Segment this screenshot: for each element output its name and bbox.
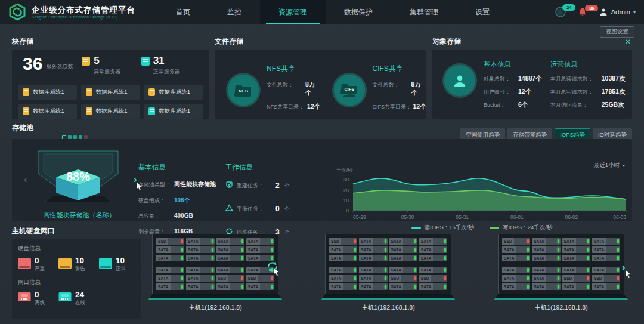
disk-slot[interactable]: SATA <box>562 255 590 261</box>
disk-slot[interactable]: SSD <box>329 238 357 245</box>
disk-slot[interactable]: SATA <box>502 275 530 282</box>
database-system-chip[interactable]: 数据库系统1 <box>144 104 203 119</box>
disk-slot[interactable]: SATA <box>186 238 214 245</box>
message-icon[interactable]: 24 <box>555 7 566 17</box>
disk-slot[interactable]: SATA <box>216 283 244 290</box>
disk-slot[interactable]: SATA <box>592 267 620 273</box>
disk-slot[interactable]: SATA <box>359 267 387 273</box>
rack-stand <box>148 294 283 300</box>
disk-slot[interactable]: SATA <box>156 246 184 253</box>
user-menu[interactable]: Admin ▾ <box>599 8 636 16</box>
disk-slot[interactable]: SATA <box>329 275 357 282</box>
disk-slot[interactable]: SATA <box>532 283 560 290</box>
database-system-chip[interactable]: 数据库系统1 <box>18 85 77 100</box>
disk-slot[interactable]: SATA <box>562 283 590 290</box>
led-green <box>558 256 559 260</box>
nav-item-4[interactable]: 集群管理 <box>391 0 457 24</box>
disk-slot[interactable]: SATA <box>419 283 447 290</box>
rack-refresh-button[interactable] <box>266 260 279 276</box>
disk-slot[interactable]: SATA <box>419 238 447 245</box>
disk-slot[interactable]: SATA <box>592 246 620 253</box>
disk-slot[interactable]: SATA <box>156 255 184 261</box>
database-system-chip[interactable]: 数据库系统1 <box>81 104 140 119</box>
disk-slot[interactable]: SATA <box>246 283 274 290</box>
disk-slot[interactable]: SSD <box>562 275 590 282</box>
database-system-chip[interactable]: 数据库系统1 <box>144 85 203 100</box>
alarm-bell-icon[interactable]: 36 <box>578 7 587 17</box>
disk-slot[interactable]: SATA <box>359 283 387 290</box>
disk-slot[interactable]: SATA <box>389 238 417 245</box>
disk-slot[interactable]: SATA <box>359 275 387 282</box>
database-system-chip[interactable]: 数据库系统1 <box>18 104 77 119</box>
disk-slot[interactable]: SSD <box>216 275 244 282</box>
disk-slot[interactable]: SATA <box>532 267 560 273</box>
disk-slot[interactable]: SATA <box>419 267 447 273</box>
disk-slot[interactable]: SATA <box>246 238 274 245</box>
database-system-chip[interactable]: 数据库系统1 <box>81 85 140 100</box>
disk-slot[interactable]: SATA <box>419 246 447 253</box>
disk-slot[interactable]: SSD <box>502 238 530 245</box>
disk-slot[interactable]: SATA <box>389 255 417 261</box>
close-icon[interactable]: ✕ <box>625 36 631 47</box>
nav-item-5[interactable]: 设置 <box>457 0 508 24</box>
disk-slot[interactable]: SATA <box>216 267 244 273</box>
disk-slot[interactable]: SATA <box>532 246 560 253</box>
disk-slot[interactable]: SATA <box>246 246 274 253</box>
disk-slot[interactable]: SSD <box>389 275 417 282</box>
disk-slot[interactable]: SATA <box>502 267 530 273</box>
disk-slot[interactable]: SATA <box>329 246 357 253</box>
disk-slot[interactable]: SSD <box>419 275 447 282</box>
disk-slot[interactable]: SATA <box>592 283 620 290</box>
disk-slot[interactable]: SATA <box>186 267 214 273</box>
pool-next-arrow[interactable]: › <box>134 174 137 186</box>
disk-slot[interactable]: SSD <box>156 238 184 245</box>
disk-slot[interactable]: SSD <box>246 275 274 282</box>
object-ops-info: 运营信息 本月总读请求数： 10387次 本月总写请求数： 17851次 本月访… <box>550 60 626 119</box>
disk-slot[interactable]: SATA <box>359 255 387 261</box>
disk-slot[interactable]: SSD <box>592 275 620 282</box>
disk-slot[interactable]: SATA <box>216 246 244 253</box>
disk-slot[interactable]: SATA <box>216 238 244 245</box>
disk-slot[interactable]: SATA <box>329 255 357 261</box>
hosts-next-arrow[interactable]: › <box>621 260 626 274</box>
disk-slot[interactable]: SATA <box>389 283 417 290</box>
view-settings-button[interactable]: 视图设置 <box>600 26 634 38</box>
disk-slot[interactable]: SATA <box>532 275 560 282</box>
pool-prev-arrow[interactable]: ‹ <box>24 174 27 186</box>
disk-type-label: SSD <box>246 275 258 282</box>
port-info-title: 网口信息 <box>18 279 141 286</box>
disk-slot[interactable]: SATA <box>156 283 184 290</box>
disk-slot[interactable]: SATA <box>389 267 417 273</box>
disk-slot[interactable]: SATA <box>186 275 214 282</box>
disk-slot[interactable]: SATA <box>389 246 417 253</box>
disk-slot[interactable]: SATA <box>592 238 620 245</box>
disk-slot[interactable]: SATA <box>532 238 560 245</box>
disk-slot[interactable]: SATA <box>156 275 184 282</box>
row-value[interactable]: 108个 <box>174 196 190 205</box>
disk-slot[interactable]: SATA <box>562 246 590 253</box>
nav-item-1[interactable]: 监控 <box>209 0 260 24</box>
led-green <box>385 239 386 243</box>
disk-type-label: SATA <box>562 283 577 290</box>
disk-slot[interactable]: SATA <box>186 283 214 290</box>
disk-slot[interactable]: SATA <box>329 283 357 290</box>
disk-slot[interactable]: SATA <box>502 283 530 290</box>
disk-slot[interactable]: SATA <box>216 255 244 261</box>
disk-slot[interactable]: SATA <box>562 238 590 245</box>
disk-slot[interactable]: SATA <box>419 255 447 261</box>
disk-slot[interactable]: SATA <box>359 238 387 245</box>
disk-slot[interactable]: SATA <box>532 255 560 261</box>
disk-slot[interactable]: SATA <box>592 255 620 261</box>
disk-slot[interactable]: SATA <box>502 255 530 261</box>
disk-slot[interactable]: SATA <box>502 246 530 253</box>
disk-slot[interactable]: SATA <box>186 246 214 253</box>
disk-slot[interactable]: SATA <box>562 267 590 273</box>
disk-slot[interactable]: SATA <box>329 267 357 273</box>
nav-item-3[interactable]: 数据保护 <box>326 0 391 24</box>
disk-slot[interactable]: SATA <box>156 267 184 273</box>
pool-name[interactable]: 高性能块存储池（名称） <box>17 211 142 220</box>
nav-item-0[interactable]: 首页 <box>157 0 209 24</box>
nav-item-2[interactable]: 资源管理 <box>260 0 326 24</box>
disk-slot[interactable]: SATA <box>359 246 387 253</box>
disk-slot[interactable]: SATA <box>186 255 214 261</box>
